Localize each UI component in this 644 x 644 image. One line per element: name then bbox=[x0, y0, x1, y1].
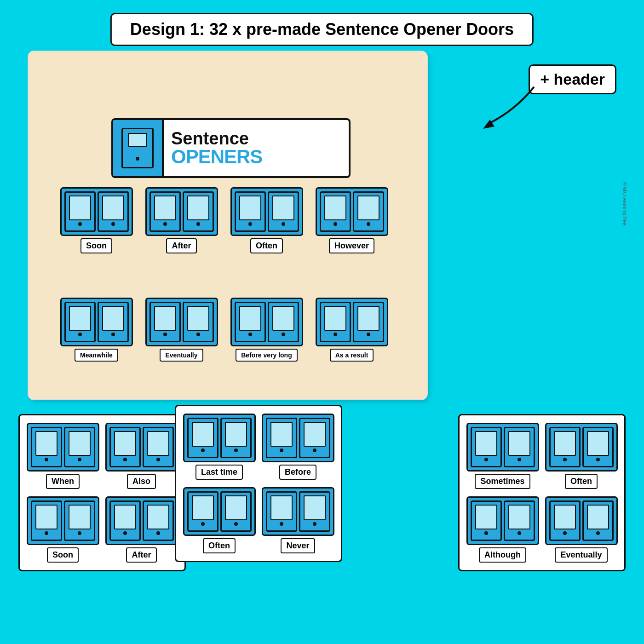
door-window bbox=[35, 505, 58, 529]
door-window bbox=[69, 505, 91, 529]
door-knob bbox=[484, 458, 488, 461]
single-door bbox=[582, 500, 614, 541]
door-pair bbox=[466, 423, 539, 472]
door-card: Before very long bbox=[229, 298, 305, 399]
single-door bbox=[353, 191, 384, 232]
single-door bbox=[549, 427, 581, 467]
door-card: Eventually bbox=[144, 298, 219, 399]
single-door bbox=[183, 302, 214, 342]
door-knob bbox=[78, 458, 81, 461]
door-card: Sometimes bbox=[467, 423, 538, 489]
door-knob bbox=[123, 458, 127, 461]
door-window bbox=[324, 196, 346, 220]
door-label: Never bbox=[281, 538, 315, 553]
door-pair bbox=[27, 496, 99, 545]
door-knob bbox=[163, 333, 167, 336]
door-knob bbox=[156, 458, 160, 461]
door-label: Also bbox=[127, 474, 156, 489]
door-window bbox=[187, 306, 209, 331]
single-door bbox=[150, 191, 181, 232]
door-window bbox=[357, 306, 380, 331]
single-door bbox=[266, 418, 297, 458]
bottom-right-card: SometimesOftenAlthoughEventually bbox=[458, 414, 626, 571]
door-window bbox=[272, 306, 294, 331]
door-pair bbox=[105, 496, 178, 545]
door-knob bbox=[280, 448, 283, 452]
door-knob bbox=[45, 531, 48, 535]
door-pair bbox=[262, 414, 334, 462]
arrow-decoration bbox=[451, 83, 543, 140]
single-door bbox=[109, 427, 141, 467]
door-card: Often bbox=[184, 487, 255, 553]
logo-door-icon bbox=[121, 128, 154, 168]
door-label: After bbox=[126, 547, 156, 563]
door-card: Also bbox=[106, 423, 177, 489]
single-door bbox=[220, 491, 252, 532]
single-door bbox=[143, 500, 174, 541]
door-label: Meanwhile bbox=[75, 349, 118, 362]
door-window bbox=[154, 306, 176, 331]
door-label: However bbox=[329, 238, 374, 253]
door-pair bbox=[262, 487, 334, 536]
single-door bbox=[471, 427, 502, 467]
door-pair bbox=[545, 423, 618, 472]
door-knob bbox=[596, 458, 600, 461]
single-door bbox=[549, 500, 581, 541]
door-window bbox=[239, 196, 261, 220]
door-window bbox=[69, 431, 91, 456]
door-knob bbox=[78, 531, 81, 535]
door-knob bbox=[334, 333, 337, 336]
door-card: Soon bbox=[27, 496, 98, 563]
door-card: As a result bbox=[314, 298, 390, 399]
main-doors-grid: SoonAfterOftenHoweverMeanwhileEventually… bbox=[58, 187, 390, 399]
door-card: Never bbox=[262, 487, 334, 553]
single-door bbox=[471, 500, 502, 541]
door-pair bbox=[183, 487, 256, 536]
door-window bbox=[587, 431, 609, 456]
door-knob bbox=[45, 458, 48, 461]
door-card: Before bbox=[262, 414, 334, 480]
door-window bbox=[102, 196, 124, 220]
logo-door-knob bbox=[136, 157, 139, 161]
single-door bbox=[320, 302, 351, 342]
door-knob bbox=[367, 222, 370, 226]
single-door bbox=[504, 500, 535, 541]
single-door bbox=[109, 500, 141, 541]
door-window bbox=[475, 505, 497, 529]
page-title: Design 1: 32 x pre-made Sentence Opener … bbox=[110, 13, 534, 46]
door-knob bbox=[196, 222, 200, 226]
door-card: Eventually bbox=[546, 496, 617, 563]
door-card: After bbox=[144, 187, 219, 288]
single-door bbox=[353, 302, 384, 342]
door-pair bbox=[230, 187, 303, 236]
single-door bbox=[299, 418, 330, 458]
door-knob bbox=[518, 531, 521, 535]
door-label: After bbox=[166, 238, 196, 253]
door-window bbox=[114, 431, 136, 456]
door-window bbox=[147, 505, 169, 529]
door-knob bbox=[156, 531, 160, 535]
door-knob bbox=[248, 333, 252, 336]
door-knob bbox=[201, 522, 205, 526]
door-window bbox=[475, 431, 497, 456]
door-knob bbox=[563, 531, 567, 535]
door-window bbox=[225, 495, 247, 520]
single-door bbox=[268, 191, 299, 232]
single-door bbox=[150, 302, 181, 342]
door-pair bbox=[145, 187, 218, 236]
door-knob bbox=[78, 333, 82, 336]
single-door bbox=[235, 302, 266, 342]
door-knob bbox=[334, 222, 337, 226]
door-knob bbox=[518, 458, 521, 461]
door-pair bbox=[230, 298, 303, 346]
door-card: After bbox=[106, 496, 177, 563]
door-pair bbox=[545, 496, 618, 545]
door-knob bbox=[201, 448, 205, 452]
door-knob bbox=[484, 531, 488, 535]
single-door bbox=[31, 500, 62, 541]
single-door bbox=[235, 191, 266, 232]
door-label: Often bbox=[203, 538, 236, 553]
logo-openers-text: OPENERS bbox=[171, 147, 262, 167]
bottom-center-card: Last timeBeforeOftenNever bbox=[175, 405, 342, 562]
door-label: As a result bbox=[330, 349, 374, 362]
